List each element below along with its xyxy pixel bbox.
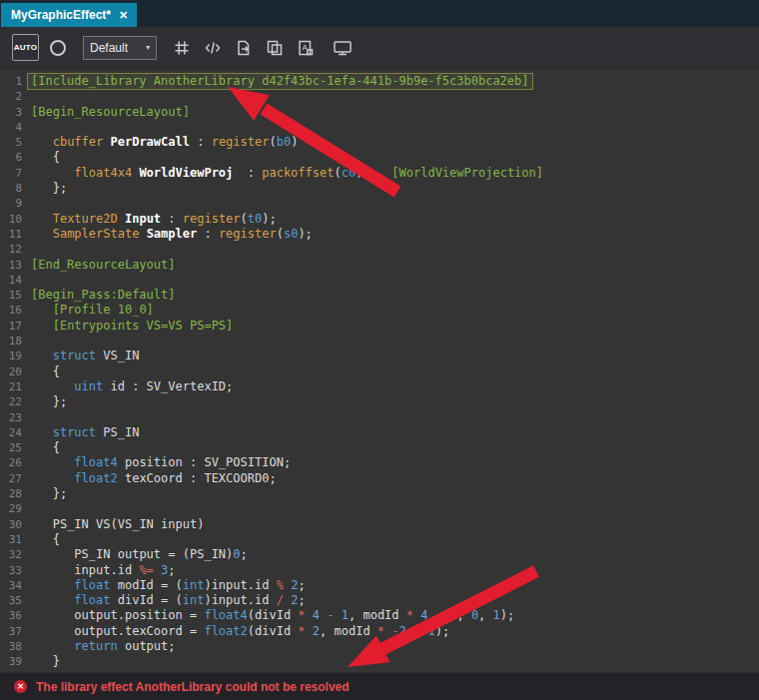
code-line[interactable]: 4: [0, 120, 759, 135]
code-text: [Begin_Pass:Default]: [28, 288, 179, 303]
code-line[interactable]: 18: [0, 334, 759, 349]
line-number: 14: [0, 273, 28, 288]
chevron-down-icon: ▾: [146, 43, 150, 52]
code-text: struct PS_IN: [28, 425, 142, 440]
tab-mygraphiceffect[interactable]: MyGraphicEffect* ✕: [1, 3, 137, 27]
code-text: [Entrypoints VS=VS PS=PS]: [28, 319, 236, 334]
line-number: 4: [0, 120, 28, 135]
code-editor[interactable]: 1[Include_Library AnotherLibrary d42f43b…: [0, 69, 759, 672]
code-line[interactable]: 1[Include_Library AnotherLibrary d42f43b…: [0, 74, 759, 89]
line-number: 26: [0, 455, 28, 470]
code-line[interactable]: 23: [0, 410, 759, 425]
code-text: {: [28, 150, 63, 165]
line-number: 1: [0, 74, 28, 89]
code-line[interactable]: 27 float2 texCoord : TEXCOORD0;: [0, 471, 759, 486]
line-number: 34: [0, 578, 28, 593]
code-text: [28, 334, 34, 349]
code-line[interactable]: 35 float divId = (int)input.id / 2;: [0, 593, 759, 608]
code-line[interactable]: 13[End_ResourceLayout]: [0, 258, 759, 273]
code-line[interactable]: 26 float4 position : SV_POSITION;: [0, 455, 759, 470]
profile-dropdown[interactable]: Default ▾: [83, 36, 157, 60]
code-line[interactable]: 3[Begin_ResourceLayout]: [0, 105, 759, 120]
duplicate-icon[interactable]: [263, 36, 287, 60]
line-number: 17: [0, 319, 28, 334]
code-line[interactable]: 7 float4x4 WorldViewProj : packoffset(c0…: [0, 166, 759, 181]
code-line[interactable]: 38 return output;: [0, 639, 759, 654]
pixel-grid-icon[interactable]: [170, 36, 194, 60]
line-number: 28: [0, 486, 28, 501]
preview-screen-icon[interactable]: [331, 36, 355, 60]
code-text: Texture2D Input : register(t0);: [28, 212, 280, 227]
tab-close-icon[interactable]: ✕: [119, 10, 128, 21]
code-line[interactable]: 10 Texture2D Input : register(t0);: [0, 212, 759, 227]
code-line[interactable]: 24 struct PS_IN: [0, 425, 759, 440]
code-line[interactable]: 30 PS_IN VS(VS_IN input): [0, 517, 759, 532]
auto-compile-button[interactable]: AUTO: [12, 34, 39, 61]
line-number: 2: [0, 89, 28, 104]
code-text: PS_IN VS(VS_IN input): [28, 517, 207, 532]
profile-dropdown-value: Default: [90, 41, 128, 55]
new-effect-icon[interactable]: [232, 36, 256, 60]
code-line[interactable]: 25 {: [0, 440, 759, 455]
code-text: [Profile 10_0]: [28, 303, 157, 318]
code-text: [28, 120, 34, 135]
code-line[interactable]: 37 output.texCoord = float2(divId * 2, m…: [0, 624, 759, 639]
code-line[interactable]: 39 }: [0, 654, 759, 669]
code-line[interactable]: 9: [0, 196, 759, 211]
code-line[interactable]: 6 {: [0, 150, 759, 165]
line-number: 19: [0, 349, 28, 363]
code-text: SamplerState Sampler : register(s0);: [28, 227, 316, 242]
error-icon: ✕: [14, 680, 27, 693]
line-number: 5: [0, 135, 28, 150]
tab-bar: MyGraphicEffect* ✕: [0, 0, 759, 27]
code-line[interactable]: 17 [Entrypoints VS=VS PS=PS]: [0, 319, 759, 334]
code-line[interactable]: 28 };: [0, 486, 759, 501]
code-line[interactable]: 11 SamplerState Sampler : register(s0);: [0, 227, 759, 242]
code-line[interactable]: 5 cbuffer PerDrawCall : register(b0): [0, 135, 759, 150]
code-line[interactable]: 2: [0, 89, 759, 104]
line-number: 16: [0, 303, 28, 318]
code-line[interactable]: 33 input.id %= 3;: [0, 563, 759, 578]
code-line[interactable]: 36 output.position = float4(divId * 4 - …: [0, 608, 759, 623]
code-line[interactable]: 12: [0, 242, 759, 257]
code-text: [28, 501, 34, 516]
code-text: };: [28, 486, 70, 501]
code-line[interactable]: 21 uint id : SV_VertexID;: [0, 379, 759, 394]
code-line[interactable]: 34 float modId = (int)input.id % 2;: [0, 578, 759, 593]
code-text: PS_IN output = (PS_IN)0;: [28, 547, 251, 562]
code-line[interactable]: 19 struct VS_IN: [0, 349, 759, 363]
code-text: float2 texCoord : TEXCOORD0;: [28, 471, 280, 486]
line-number: 27: [0, 471, 28, 486]
code-line[interactable]: 16 [Profile 10_0]: [0, 303, 759, 318]
code-text: uint id : SV_VertexID;: [28, 379, 236, 394]
source-code-icon[interactable]: [201, 36, 225, 60]
code-text: [Begin_ResourceLayout]: [28, 105, 193, 120]
line-number: 24: [0, 425, 28, 440]
compile-circle-icon[interactable]: [46, 36, 70, 60]
error-message: The library effect AnotherLibrary could …: [36, 680, 350, 694]
line-number: 35: [0, 593, 28, 608]
code-line[interactable]: 32 PS_IN output = (PS_IN)0;: [0, 547, 759, 562]
code-line[interactable]: 31 {: [0, 532, 759, 547]
code-text: [28, 89, 34, 104]
line-number: 11: [0, 227, 28, 242]
rename-icon[interactable]: A: [294, 36, 318, 60]
code-line[interactable]: 8 };: [0, 181, 759, 196]
code-text: [28, 196, 34, 211]
code-line[interactable]: 15[Begin_Pass:Default]: [0, 288, 759, 303]
code-line[interactable]: 14: [0, 273, 759, 288]
line-number: 18: [0, 334, 28, 349]
code-line[interactable]: 20 {: [0, 364, 759, 379]
line-number: 10: [0, 212, 28, 227]
line-number: 21: [0, 379, 28, 394]
line-number: 20: [0, 364, 28, 379]
code-line[interactable]: 22 };: [0, 394, 759, 409]
error-bar: ✕ The library effect AnotherLibrary coul…: [0, 672, 759, 700]
line-number: 31: [0, 532, 28, 547]
line-number: 9: [0, 196, 28, 211]
code-text: cbuffer PerDrawCall : register(b0): [28, 135, 301, 150]
code-text: input.id %= 3;: [28, 563, 179, 578]
code-line[interactable]: 29: [0, 501, 759, 516]
tab-title: MyGraphicEffect*: [11, 8, 111, 22]
line-number: 38: [0, 639, 28, 654]
